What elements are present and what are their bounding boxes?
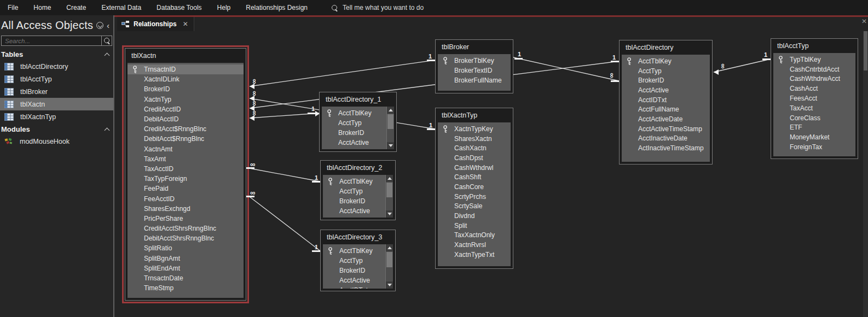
nav-menu-dropdown-icon[interactable] bbox=[96, 22, 103, 29]
field-list-scrollbar[interactable] bbox=[386, 107, 394, 149]
field-row-AcctIDTxt[interactable]: AcctIDTxt bbox=[322, 148, 386, 149]
field-row-TrnsactnID[interactable]: TrnsactnID bbox=[128, 64, 244, 74]
scroll-down-button[interactable] bbox=[386, 281, 393, 289]
field-row-XactnAmt[interactable]: XactnAmt bbox=[128, 144, 244, 154]
field-row-ScrtyPrchs[interactable]: ScrtyPrchs bbox=[438, 192, 511, 202]
field-row-TaxXactnOnly[interactable]: TaxXactnOnly bbox=[438, 231, 511, 240]
field-row-AcctActive[interactable]: AcctActive bbox=[622, 85, 710, 95]
field-row-AcctTblKey[interactable]: AcctTblKey bbox=[323, 246, 385, 256]
tell-me-search[interactable]: Tell me what you want to do bbox=[332, 4, 424, 11]
field-row-XactnTyp[interactable]: XactnTyp bbox=[128, 95, 244, 104]
field-row-SharesExchngd[interactable]: SharesExchngd bbox=[128, 204, 244, 214]
field-row-AcctFullName[interactable]: AcctFullName bbox=[622, 104, 710, 114]
field-row-AcctIDTxt[interactable]: AcctIDTxt bbox=[622, 95, 710, 105]
field-row-ForeignTax[interactable]: ForeignTax bbox=[773, 142, 855, 152]
table-box-title[interactable]: tblAcctTyp bbox=[771, 39, 858, 52]
field-row-AcctActive[interactable]: AcctActive bbox=[323, 206, 385, 216]
nav-search-go[interactable] bbox=[101, 36, 112, 45]
field-row-CoreClass[interactable]: CoreClass bbox=[773, 113, 855, 123]
field-row-AcctActiveTimeStamp[interactable]: AcctActiveTimeStamp bbox=[622, 124, 710, 134]
field-row-CreditAcct$RnngBlnc[interactable]: CreditAcct$RnngBlnc bbox=[128, 124, 244, 134]
field-row-AcctIDTxt[interactable]: AcctIDTxt bbox=[323, 285, 385, 289]
field-row-FeePaid[interactable]: FeePaid bbox=[128, 184, 244, 193]
field-row-XactnRvrsl[interactable]: XactnRvrsl bbox=[438, 240, 511, 250]
field-row-AcctIDTxt[interactable]: AcctIDTxt bbox=[323, 216, 385, 218]
field-row-XactnTypKey[interactable]: XactnTypKey bbox=[438, 124, 511, 134]
relationship-line-tblXactn-tblBroker[interactable] bbox=[250, 60, 435, 86]
field-row-SplitRatio[interactable]: SplitRatio bbox=[128, 243, 244, 253]
nav-group-header-tables[interactable]: Tables bbox=[0, 48, 113, 60]
field-row-SharesXactn[interactable]: SharesXactn bbox=[438, 134, 511, 144]
field-row-SplitBgnAmt[interactable]: SplitBgnAmt bbox=[128, 254, 244, 263]
vertical-scrollbar-thumb[interactable] bbox=[864, 31, 867, 71]
field-row-AcctTblKey[interactable]: AcctTblKey bbox=[322, 108, 386, 118]
nav-search-input[interactable] bbox=[2, 36, 101, 45]
field-row-CashCntrbtdAcct[interactable]: CashCntrbtdAcct bbox=[773, 64, 855, 74]
field-row-DebitAcctShrsRnngBlnc[interactable]: DebitAcctShrsRnngBlnc bbox=[128, 233, 244, 243]
field-row-PricPerShare[interactable]: PricPerShare bbox=[128, 214, 244, 224]
table-box-title[interactable]: tblAcctDirectory_2 bbox=[321, 161, 395, 174]
scrollbar-thumb[interactable] bbox=[386, 183, 392, 197]
field-row-TaxAmt[interactable]: TaxAmt bbox=[128, 154, 244, 164]
sidebar-item-modmousehook[interactable]: modMouseHook bbox=[0, 135, 113, 148]
field-row-AcctTyp[interactable]: AcctTyp bbox=[323, 186, 385, 196]
scroll-down-button[interactable] bbox=[387, 142, 394, 149]
field-row-TrnsactnDate[interactable]: TrnsactnDate bbox=[128, 273, 244, 283]
field-list-scrollbar[interactable] bbox=[385, 244, 393, 289]
document-close-icon[interactable]: ✕ bbox=[861, 17, 867, 25]
menu-item-relationships-design[interactable]: Relationships Design bbox=[238, 0, 315, 15]
field-row-CashXactn[interactable]: CashXactn bbox=[438, 143, 511, 153]
field-row-CashWthdrwAcct[interactable]: CashWthdrwAcct bbox=[773, 74, 855, 84]
field-row-BrokerID[interactable]: BrokerID bbox=[128, 84, 244, 94]
scroll-up-button[interactable] bbox=[387, 107, 394, 114]
field-row-XactnIDLink[interactable]: XactnIDLink bbox=[128, 74, 244, 84]
field-row-ActInactiveTimeStamp[interactable]: ActInactiveTimeStamp bbox=[622, 143, 710, 153]
table-box-tblAcctDirectory_1[interactable]: tblAcctDirectory_1AcctTblKeyAcctTypBroke… bbox=[319, 92, 397, 152]
relationship-line-tblBroker-tblAcctDirectory[interactable] bbox=[513, 57, 619, 81]
field-row-Split[interactable]: Split bbox=[438, 221, 511, 231]
field-row-CashCore[interactable]: CashCore bbox=[438, 182, 511, 192]
relationship-line-tblXactn-tblAcctDirectory_2[interactable] bbox=[250, 168, 320, 181]
field-row-BrokerID[interactable]: BrokerID bbox=[323, 266, 385, 275]
sidebar-item-tblaccttyp[interactable]: tblAcctTyp bbox=[0, 73, 113, 85]
table-box-title[interactable]: tblAcctDirectory_1 bbox=[320, 92, 396, 106]
field-row-CashDpst[interactable]: CashDpst bbox=[438, 153, 511, 163]
field-row-AcctInactiveDate[interactable]: AcctInactiveDate bbox=[622, 134, 710, 144]
menu-item-create[interactable]: Create bbox=[59, 0, 94, 15]
field-row-BrokerFullName[interactable]: BrokerFullName bbox=[438, 75, 511, 85]
field-row-AcctActive[interactable]: AcctActive bbox=[322, 138, 386, 148]
field-row-AcctTblKey[interactable]: AcctTblKey bbox=[323, 177, 385, 186]
field-row-AcctTyp[interactable]: AcctTyp bbox=[622, 66, 710, 76]
field-row-AcctTyp[interactable]: AcctTyp bbox=[322, 118, 386, 128]
field-row-CashAcct[interactable]: CashAcct bbox=[773, 84, 855, 93]
nav-group-header-modules[interactable]: Modules bbox=[0, 123, 113, 135]
field-row-ETF[interactable]: ETF bbox=[773, 123, 855, 133]
field-row-AcctTyp[interactable]: AcctTyp bbox=[323, 256, 385, 266]
table-box-tblAcctDirectory_2[interactable]: tblAcctDirectory_2AcctTblKeyAcctTypBroke… bbox=[320, 160, 396, 220]
table-box-tblXactn[interactable]: tblXactnTrnsactnIDXactnIDLinkBrokerIDXac… bbox=[125, 48, 246, 301]
field-row-AcctTblKey[interactable]: AcctTblKey bbox=[622, 56, 710, 66]
sidebar-item-tblbroker[interactable]: tblBroker bbox=[0, 85, 113, 98]
scroll-up-button[interactable] bbox=[386, 244, 393, 251]
sidebar-item-tblxactntyp[interactable]: tblXactnTyp bbox=[0, 110, 113, 123]
menu-item-file[interactable]: File bbox=[0, 0, 26, 15]
table-box-tblBroker[interactable]: tblBrokerBrokerTblKeyBrokerTextIDBrokerF… bbox=[435, 39, 513, 93]
field-row-TaxAcct[interactable]: TaxAcct bbox=[773, 103, 855, 113]
field-row-MoneyMarket[interactable]: MoneyMarket bbox=[773, 132, 855, 142]
field-row-AcctActive[interactable]: AcctActive bbox=[323, 275, 385, 285]
shutter-close-icon[interactable]: ‹ bbox=[107, 22, 109, 29]
field-row-FeeAcctID[interactable]: FeeAcctID bbox=[128, 193, 244, 203]
table-box-tblAcctTyp[interactable]: tblAcctTypTypTblKeyCashCntrbtdAcctCashWt… bbox=[771, 38, 858, 159]
field-row-SplitEndAmt[interactable]: SplitEndAmt bbox=[128, 263, 244, 273]
field-row-XactnTypeTxt[interactable]: XactnTypeTxt bbox=[438, 250, 511, 260]
menu-item-database-tools[interactable]: Database Tools bbox=[149, 0, 210, 15]
table-box-tblAcctDirectory_3[interactable]: tblAcctDirectory_3AcctTblKeyAcctTypBroke… bbox=[320, 230, 396, 291]
scroll-down-button[interactable] bbox=[386, 210, 393, 218]
table-box-title[interactable]: tblXactn bbox=[125, 49, 246, 62]
table-box-title[interactable]: tblXactnTyp bbox=[436, 108, 513, 122]
field-row-TaxTypForeign[interactable]: TaxTypForeign bbox=[128, 174, 244, 184]
menu-item-help[interactable]: Help bbox=[210, 0, 239, 15]
scrollbar-thumb[interactable] bbox=[387, 114, 394, 129]
vertical-scrollbar[interactable] bbox=[863, 31, 868, 317]
field-row-TimeStmp[interactable]: TimeStmp bbox=[128, 283, 244, 293]
